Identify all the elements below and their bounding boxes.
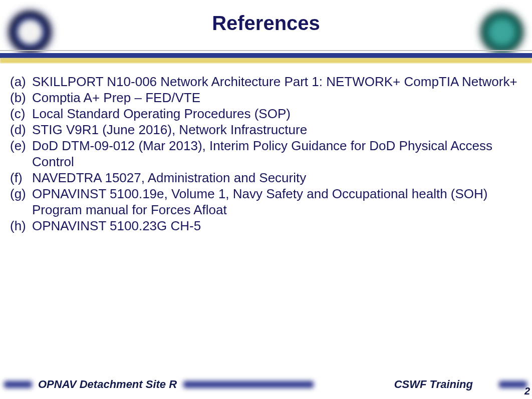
reference-label: (d) [10, 122, 30, 138]
list-item: (b) Comptia A+ Prep – FED/VTE [10, 90, 522, 106]
list-item: (e) DoD DTM-09-012 (Mar 2013), Interim P… [10, 138, 522, 170]
reference-text: STIG V9R1 (June 2016), Network Infrastru… [30, 122, 522, 138]
footer-band-segment [4, 381, 32, 388]
reference-label: (g) [10, 186, 30, 218]
reference-label: (e) [10, 138, 30, 170]
reference-label: (h) [10, 218, 30, 234]
list-item: (a) SKILLPORT N10-006 Network Architectu… [10, 74, 522, 90]
divider-line [0, 50, 532, 51]
list-item: (h) OPNAVINST 5100.23G CH-5 [10, 218, 522, 234]
reference-label: (f) [10, 170, 30, 186]
reference-text: Local Standard Operating Procedures (SOP… [30, 106, 522, 122]
reference-text: OPNAVINST 5100.19e, Volume 1, Navy Safet… [30, 186, 522, 218]
reference-text: Comptia A+ Prep – FED/VTE [30, 90, 522, 106]
reference-label: (c) [10, 106, 30, 122]
list-item: (f) NAVEDTRA 15027, Administration and S… [10, 170, 522, 186]
references-list: (a) SKILLPORT N10-006 Network Architectu… [10, 74, 522, 234]
reference-text: OPNAVINST 5100.23G CH-5 [30, 218, 522, 234]
list-item: (c) Local Standard Operating Procedures … [10, 106, 522, 122]
footer-right-text: CSWF Training [394, 378, 473, 391]
reference-label: (b) [10, 90, 30, 106]
page-title: References [0, 12, 532, 35]
list-item: (g) OPNAVINST 5100.19e, Volume 1, Navy S… [10, 186, 522, 218]
header-divider [0, 50, 532, 63]
reference-text: DoD DTM-09-012 (Mar 2013), Interim Polic… [30, 138, 522, 170]
divider-gold-band [0, 58, 532, 63]
reference-text: NAVEDTRA 15027, Administration and Secur… [30, 170, 522, 186]
page-number: 2 [524, 385, 530, 397]
footer-left-text: OPNAV Detachment Site R [38, 378, 177, 391]
footer: OPNAV Detachment Site R CSWF Training [0, 377, 532, 392]
reference-label: (a) [10, 74, 30, 90]
divider-blue-band [0, 53, 532, 58]
footer-band-segment [499, 381, 527, 388]
footer-band-segment [183, 381, 314, 388]
list-item: (d) STIG V9R1 (June 2016), Network Infra… [10, 122, 522, 138]
slide: References (a) SKILLPORT N10-006 Network… [0, 0, 532, 399]
reference-text: SKILLPORT N10-006 Network Architecture P… [30, 74, 522, 90]
